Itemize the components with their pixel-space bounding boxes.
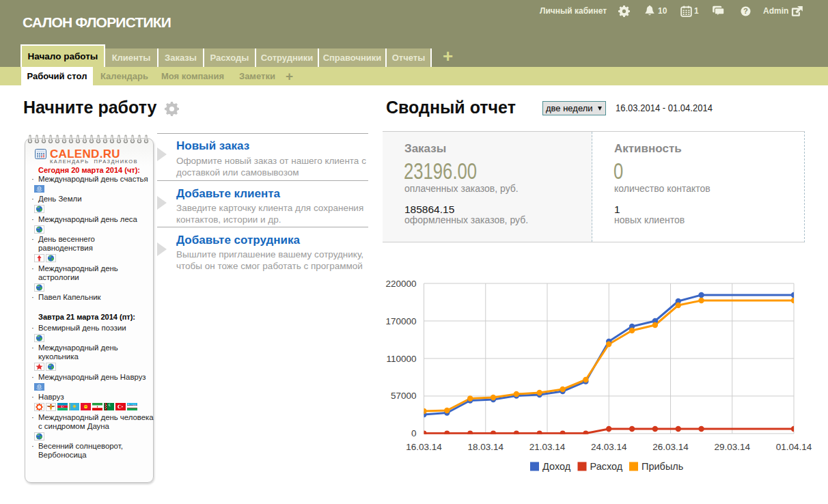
svg-text:16.03.14: 16.03.14 (406, 442, 442, 452)
svg-text:29.03.14: 29.03.14 (715, 442, 751, 452)
svg-text:Расход: Расход (590, 461, 623, 472)
svg-text:01.04.14: 01.04.14 (776, 442, 812, 452)
svg-text:21.03.14: 21.03.14 (529, 442, 566, 452)
svg-text:24.03.14: 24.03.14 (591, 442, 627, 452)
svg-text:26.03.14: 26.03.14 (652, 442, 689, 452)
svg-text:110000: 110000 (386, 354, 416, 364)
svg-text:220000: 220000 (385, 279, 416, 289)
svg-text:57000: 57000 (391, 391, 417, 401)
svg-text:170000: 170000 (385, 316, 416, 326)
svg-text:18.03.14: 18.03.14 (468, 442, 504, 452)
svg-text:Доход: Доход (542, 461, 571, 472)
svg-text:?: ? (743, 7, 748, 15)
svg-text:0: 0 (411, 428, 417, 438)
svg-text:Прибыль: Прибыль (641, 461, 683, 472)
